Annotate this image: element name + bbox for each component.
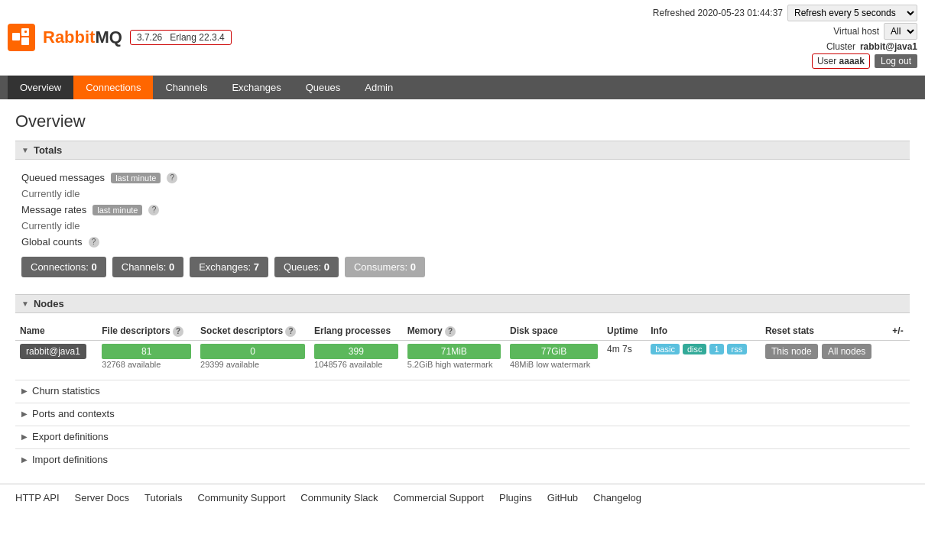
connections-label: Connections: bbox=[31, 261, 89, 273]
node-name-btn[interactable]: rabbit@java1 bbox=[20, 344, 86, 359]
consumers-label: Consumers: bbox=[354, 261, 407, 273]
col-plus-minus[interactable]: +/- bbox=[888, 322, 910, 340]
churn-arrow: ▶ bbox=[21, 387, 28, 395]
export-definitions-header[interactable]: ▶ Export definitions bbox=[15, 426, 910, 447]
uptime-cell: 4m 7s bbox=[602, 340, 646, 372]
col-info: Info bbox=[646, 322, 761, 340]
churn-statistics-header[interactable]: ▶ Churn statistics bbox=[15, 380, 910, 401]
info-cell: basic disc 1 rss bbox=[646, 340, 761, 372]
rabbitmq-logo-icon bbox=[8, 24, 35, 51]
erlang-proc-bar: 399 bbox=[314, 344, 398, 359]
counts-row: Connections: 0 Channels: 0 Exchanges: 7 … bbox=[21, 257, 904, 277]
version-text: 3.7.26 bbox=[137, 32, 162, 43]
queues-count-btn[interactable]: Queues: 0 bbox=[274, 257, 339, 277]
exchanges-count-btn[interactable]: Exchanges: 7 bbox=[190, 257, 268, 277]
nodes-arrow: ▼ bbox=[21, 299, 29, 308]
connections-val: 0 bbox=[92, 261, 97, 273]
footer-link-changelog[interactable]: Changelog bbox=[593, 492, 641, 503]
node-name-cell: rabbit@java1 bbox=[15, 340, 97, 372]
ports-arrow: ▶ bbox=[21, 409, 28, 418]
nodes-header[interactable]: ▼ Nodes bbox=[15, 294, 910, 313]
message-rates-help[interactable]: ? bbox=[148, 205, 159, 215]
info-disc-badge[interactable]: disc bbox=[683, 344, 707, 354]
message-rates-row: Message rates last minute ? bbox=[21, 201, 904, 218]
virtual-host-select[interactable]: All bbox=[884, 23, 917, 40]
import-definitions-header[interactable]: ▶ Import definitions bbox=[15, 448, 910, 470]
ports-contexts-header[interactable]: ▶ Ports and contexts bbox=[15, 403, 910, 424]
consumers-count-btn[interactable]: Consumers: 0 bbox=[345, 257, 425, 277]
export-definitions-section: ▶ Export definitions bbox=[15, 426, 910, 447]
refresh-select[interactable]: Refresh every 5 seconds Refresh every 10… bbox=[787, 5, 917, 21]
queued-messages-help[interactable]: ? bbox=[167, 173, 177, 183]
disk-space-cell: 77GiB 48MiB low watermark bbox=[505, 340, 602, 372]
file-desc-help[interactable]: ? bbox=[173, 326, 183, 337]
page-title: Overview bbox=[15, 112, 910, 131]
channels-count-btn[interactable]: Channels: 0 bbox=[112, 257, 183, 277]
queued-messages-row: Queued messages last minute ? bbox=[21, 169, 904, 186]
nav-item-overview[interactable]: Overview bbox=[8, 76, 73, 99]
logo-area: RabbitMQ 3.7.26 Erlang 22.3.4 bbox=[8, 24, 232, 51]
queued-messages-badge[interactable]: last minute bbox=[111, 173, 161, 183]
footer-link-plugins[interactable]: Plugins bbox=[499, 492, 532, 503]
top-bar: RabbitMQ 3.7.26 Erlang 22.3.4 Refreshed … bbox=[0, 0, 925, 76]
footer-link-github[interactable]: GitHub bbox=[547, 492, 578, 503]
memory-cell: 71MiB 5.2GiB high watermark bbox=[403, 340, 505, 372]
queues-label: Queues: bbox=[284, 261, 321, 273]
nav-item-exchanges[interactable]: Exchanges bbox=[219, 76, 293, 99]
ports-label: Ports and contexts bbox=[32, 408, 115, 419]
nav-item-channels[interactable]: Channels bbox=[153, 76, 219, 99]
totals-header[interactable]: ▼ Totals bbox=[15, 141, 910, 160]
totals-section: ▼ Totals Queued messages last minute ? C… bbox=[15, 141, 910, 290]
user-name: aaaak bbox=[839, 56, 865, 66]
col-uptime: Uptime bbox=[602, 322, 646, 340]
logout-button[interactable]: Log out bbox=[875, 54, 917, 68]
user-badge: User aaaak bbox=[812, 53, 870, 69]
footer-link-http-api[interactable]: HTTP API bbox=[15, 492, 60, 503]
footer-link-server-docs[interactable]: Server Docs bbox=[75, 492, 130, 503]
col-socket-desc: Socket descriptors ? bbox=[196, 322, 310, 340]
memory-help[interactable]: ? bbox=[445, 326, 456, 337]
col-memory: Memory ? bbox=[403, 322, 505, 340]
nav-item-connections[interactable]: Connections bbox=[73, 76, 153, 99]
channels-val: 0 bbox=[169, 261, 174, 273]
nav-item-admin[interactable]: Admin bbox=[352, 76, 405, 99]
info-num-badge[interactable]: 1 bbox=[709, 344, 723, 354]
reset-stats-cell: This node All nodes bbox=[761, 340, 888, 372]
reset-this-node-btn[interactable]: This node bbox=[765, 344, 818, 359]
table-row: rabbit@java1 81 32768 available 0 29399 … bbox=[15, 340, 910, 372]
info-basic-badge[interactable]: basic bbox=[651, 344, 680, 354]
footer-link-community-slack[interactable]: Community Slack bbox=[300, 492, 378, 503]
exchanges-val: 7 bbox=[254, 261, 259, 273]
top-right: Refreshed 2020-05-23 01:44:37 Refresh ev… bbox=[653, 5, 917, 70]
logo-text: RabbitMQ bbox=[43, 28, 122, 47]
footer-link-community-support[interactable]: Community Support bbox=[197, 492, 285, 503]
footer: HTTP API Server Docs Tutorials Community… bbox=[0, 484, 925, 511]
message-rates-badge[interactable]: last minute bbox=[92, 205, 142, 215]
totals-content: Queued messages last minute ? Currently … bbox=[15, 166, 910, 290]
connections-count-btn[interactable]: Connections: 0 bbox=[21, 257, 106, 277]
import-arrow: ▶ bbox=[21, 455, 28, 464]
queued-messages-label: Queued messages bbox=[21, 172, 105, 183]
socket-desc-help[interactable]: ? bbox=[285, 326, 296, 337]
footer-link-commercial-support[interactable]: Commercial Support bbox=[394, 492, 485, 503]
info-rss-badge[interactable]: rss bbox=[727, 344, 748, 354]
churn-statistics-section: ▶ Churn statistics bbox=[15, 380, 910, 401]
import-definitions-section: ▶ Import definitions bbox=[15, 448, 910, 470]
currently-idle-2: Currently idle bbox=[21, 218, 904, 233]
global-counts-label: Global counts bbox=[21, 236, 83, 248]
ports-contexts-section: ▶ Ports and contexts bbox=[15, 403, 910, 424]
nav-bar: Overview Connections Channels Exchanges … bbox=[0, 76, 925, 99]
svg-rect-0 bbox=[12, 33, 20, 40]
footer-link-tutorials[interactable]: Tutorials bbox=[144, 492, 182, 503]
reset-all-nodes-btn[interactable]: All nodes bbox=[822, 344, 871, 359]
svg-rect-3 bbox=[24, 31, 27, 33]
virtual-host-label: Virtual host bbox=[833, 26, 879, 37]
erlang-proc-avail: 1048576 available bbox=[314, 360, 398, 369]
global-counts-help[interactable]: ? bbox=[89, 237, 99, 248]
import-label: Import definitions bbox=[32, 454, 108, 465]
nodes-section: ▼ Nodes Name File descriptors ? Socket d… bbox=[15, 294, 910, 375]
nav-item-queues[interactable]: Queues bbox=[294, 76, 353, 99]
file-desc-avail: 32768 available bbox=[102, 360, 191, 369]
export-arrow: ▶ bbox=[21, 432, 28, 441]
plus-minus-cell[interactable] bbox=[888, 340, 910, 372]
